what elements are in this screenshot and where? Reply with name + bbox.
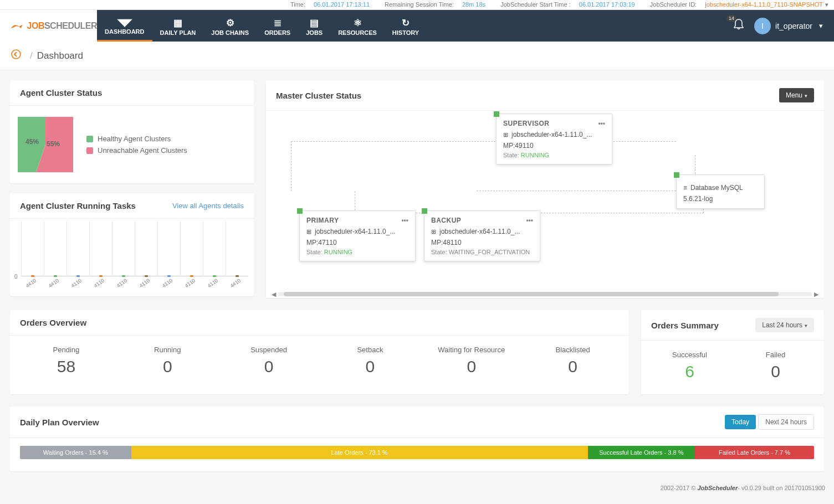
node-menu-button[interactable]: ••• xyxy=(598,120,605,127)
svg-point-0 xyxy=(12,50,21,59)
nav-jobs[interactable]: ▤JOBS xyxy=(298,10,330,42)
windows-icon: ⊞ xyxy=(503,131,508,138)
card-title: Orders Overview xyxy=(10,310,629,336)
summary-range-button[interactable]: Last 24 hours▾ xyxy=(755,318,814,332)
scroll-right-icon[interactable]: ▶ xyxy=(812,291,821,298)
history-icon: ↻ xyxy=(402,17,410,29)
user-menu[interactable]: I it_operator ▾ xyxy=(754,18,823,34)
chain-icon: ⚙ xyxy=(226,17,234,29)
overview-item[interactable]: Setback0 xyxy=(319,346,421,376)
top-info-strip: Time: 06.01.2017 17:13:11 Remaining Sess… xyxy=(0,0,834,10)
calendar-icon: ▦ xyxy=(173,17,182,29)
daily-plan-card: Daily Plan Overview Today Next 24 hours … xyxy=(10,407,824,471)
orders-icon: ≣ xyxy=(274,17,282,29)
scheduler-id-dropdown[interactable]: JobScheduler ID: jobscheduler-x64-1.11.0… xyxy=(643,1,828,8)
jobs-icon: ▤ xyxy=(310,17,319,29)
status-indicator-icon xyxy=(494,111,499,117)
notifications-badge: 14 xyxy=(726,15,736,22)
breadcrumb: / Dashboard xyxy=(0,42,834,70)
nav-dashboard[interactable]: ◥◤DASHBOARD xyxy=(97,10,152,42)
overview-item[interactable]: Running0 xyxy=(117,346,218,376)
card-title: Agent Cluster Status xyxy=(10,80,254,106)
overview-item[interactable]: Blacklisted0 xyxy=(522,346,623,376)
status-indicator-icon xyxy=(674,172,679,178)
status-indicator-icon xyxy=(422,208,427,214)
horizontal-scrollbar[interactable]: ◀ ▶ xyxy=(266,290,824,298)
share-icon: ⚛ xyxy=(354,17,362,29)
card-title: Daily Plan Overview xyxy=(20,418,99,427)
node-menu-button[interactable]: ••• xyxy=(401,217,408,224)
nav-orders[interactable]: ≣ORDERS xyxy=(257,10,298,42)
daily-plan-segment[interactable]: Failed Late Orders - 7.7 % xyxy=(695,446,814,459)
orders-summary-card: Orders Summary Last 24 hours▾ Successful… xyxy=(641,310,824,394)
chevron-down-icon: ▾ xyxy=(819,22,823,30)
daily-plan-segment[interactable]: Waiting Orders - 15.4 % xyxy=(20,446,131,459)
logo[interactable]: JOBSCHEDULER xyxy=(0,10,97,42)
daily-plan-segment[interactable]: Successful Late Orders - 3.8 % xyxy=(588,446,695,459)
summary-item[interactable]: Failed0 xyxy=(733,351,818,381)
daily-plan-bar: Waiting Orders - 15.4 %Late Orders - 73.… xyxy=(20,446,814,459)
next-24h-button[interactable]: Next 24 hours xyxy=(758,414,814,430)
today-button[interactable]: Today xyxy=(725,415,756,429)
node-backup: ••• BACKUP ⊞jobscheduler-x64-1.11.0_... … xyxy=(424,210,540,261)
card-title: Orders Summary xyxy=(651,321,719,330)
card-title: Agent Cluster Running Tasks xyxy=(20,201,136,210)
card-title: Master Cluster Status xyxy=(276,91,361,100)
footer: 2002-2017 © JobScheduler- v0.0.29 built … xyxy=(0,481,834,497)
avatar: I xyxy=(754,18,771,34)
master-menu-button[interactable]: Menu▾ xyxy=(779,88,814,102)
master-cluster-card: Master Cluster Status Menu▾ ••• SUPERVIS… xyxy=(266,80,824,298)
running-tasks-chart: 0 44104410411041104110411041104110411044… xyxy=(10,219,254,296)
summary-item[interactable]: Successful6 xyxy=(647,351,733,381)
node-database: ≡Database MySQL 5.6.21-log xyxy=(676,174,765,209)
agent-running-tasks-card: Agent Cluster Running Tasks View all Age… xyxy=(10,193,254,296)
windows-icon: ⊞ xyxy=(431,228,436,235)
node-menu-button[interactable]: ••• xyxy=(526,217,533,224)
page-title: Dashboard xyxy=(37,50,83,61)
notifications-bell[interactable]: 14 xyxy=(733,18,744,33)
agent-cluster-status-card: Agent Cluster Status 45% 55% Healthy Age… xyxy=(10,80,254,183)
agent-pie-chart: 45% 55% xyxy=(18,117,73,172)
node-primary: ••• PRIMARY ⊞jobscheduler-x64-1.11.0_...… xyxy=(299,210,416,261)
nav-history[interactable]: ↻HISTORY xyxy=(385,10,427,42)
scroll-left-icon[interactable]: ◀ xyxy=(269,291,278,298)
main-navbar: JOBSCHEDULER ◥◤DASHBOARD ▦DAILY PLAN ⚙JO… xyxy=(0,10,834,42)
dashboard-icon: ◥◤ xyxy=(117,16,132,28)
daily-plan-segment[interactable]: Late Orders - 73.1 % xyxy=(131,446,588,459)
nav-daily-plan[interactable]: ▦DAILY PLAN xyxy=(152,10,204,42)
windows-icon: ⊞ xyxy=(306,228,311,235)
status-indicator-icon xyxy=(297,208,303,214)
overview-item[interactable]: Suspended0 xyxy=(218,346,320,376)
back-icon[interactable] xyxy=(11,49,21,62)
nav-job-chains[interactable]: ⚙JOB CHAINS xyxy=(203,10,257,42)
pie-legend: Healthy Agent Clusters Unreachable Agent… xyxy=(86,131,187,158)
overview-item[interactable]: Waiting for Resource0 xyxy=(421,346,522,376)
view-agents-link[interactable]: View all Agents details xyxy=(172,202,244,210)
node-supervisor: ••• SUPERVISOR ⊞jobscheduler-x64-1.11.0_… xyxy=(496,114,612,164)
nav-resources[interactable]: ⚛RESOURCES xyxy=(330,10,385,42)
orders-overview-card: Orders Overview Pending58Running0Suspend… xyxy=(10,310,629,394)
overview-item[interactable]: Pending58 xyxy=(16,346,117,376)
database-icon: ≡ xyxy=(683,184,687,192)
